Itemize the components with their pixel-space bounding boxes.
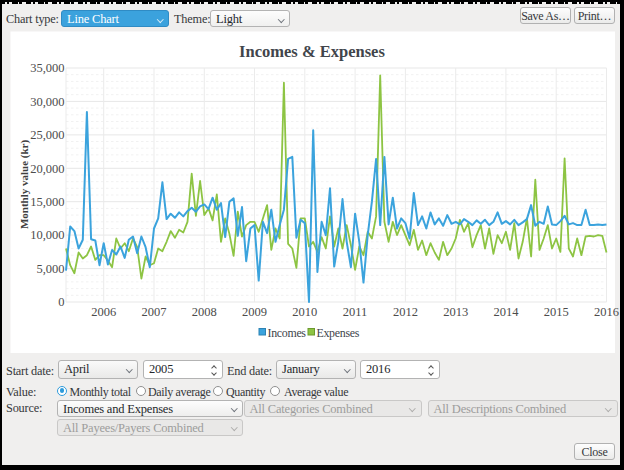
svg-text:10,000: 10,000 [30,228,64,242]
svg-text:Expenses: Expenses [317,326,360,340]
svg-text:2010: 2010 [292,305,317,319]
svg-text:2006: 2006 [91,305,116,319]
svg-text:15,000: 15,000 [30,195,64,209]
svg-text:2009: 2009 [242,305,267,319]
svg-text:35,000: 35,000 [30,61,64,75]
svg-text:2011: 2011 [343,305,368,319]
svg-text:2012: 2012 [393,305,418,319]
svg-text:0: 0 [58,295,64,309]
svg-text:5,000: 5,000 [36,262,64,276]
svg-text:Incomes: Incomes [268,326,307,340]
svg-text:30,000: 30,000 [30,95,64,109]
svg-text:Monthly value (kr): Monthly value (kr) [18,140,31,230]
svg-text:2015: 2015 [544,305,569,319]
svg-text:2014: 2014 [493,305,519,319]
svg-text:2016: 2016 [594,305,619,319]
svg-text:2008: 2008 [192,305,217,319]
svg-text:2007: 2007 [142,305,167,319]
svg-text:Incomes & Expenses: Incomes & Expenses [239,42,385,61]
svg-text:2013: 2013 [443,305,468,319]
svg-text:25,000: 25,000 [30,128,64,142]
svg-text:20,000: 20,000 [30,162,64,176]
